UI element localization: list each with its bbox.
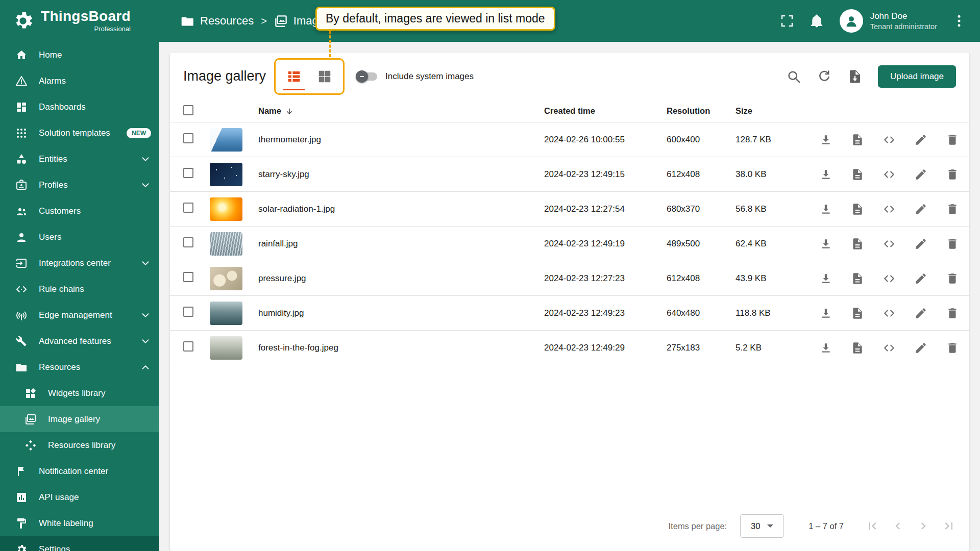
- export-button[interactable]: [851, 272, 864, 285]
- sort-by-name[interactable]: Name: [258, 106, 544, 116]
- row-checkbox[interactable]: [183, 341, 193, 352]
- sidebar-item-widgets-library[interactable]: Widgets library: [0, 380, 159, 406]
- sidebar-item-resources-library[interactable]: Resources library: [0, 432, 159, 458]
- created-time: 2024-02-26 10:00:55: [544, 135, 667, 145]
- row-checkbox[interactable]: [183, 168, 193, 178]
- sidebar-item-dashboards[interactable]: Dashboards: [0, 94, 159, 120]
- avatar[interactable]: [840, 9, 863, 33]
- grid-view-button[interactable]: [309, 62, 340, 91]
- export-button[interactable]: [851, 203, 864, 216]
- edit-button[interactable]: [914, 168, 927, 181]
- download-button[interactable]: [819, 272, 832, 285]
- fullscreen-button[interactable]: [779, 13, 795, 29]
- sidebar-item-rule-chains[interactable]: Rule chains: [0, 276, 159, 302]
- list-view-button[interactable]: [279, 62, 309, 91]
- image-name[interactable]: solar-radiation-1.jpg: [258, 204, 544, 214]
- edit-button[interactable]: [914, 307, 927, 320]
- sidebar-item-advanced-features[interactable]: Advanced features: [0, 328, 159, 354]
- items-per-page-select[interactable]: 30: [740, 514, 784, 538]
- notifications-button[interactable]: [809, 13, 824, 29]
- edit-button[interactable]: [914, 341, 927, 355]
- row-checkbox[interactable]: [183, 237, 193, 247]
- more-menu-button[interactable]: [951, 13, 967, 29]
- embed-code-button[interactable]: [883, 272, 896, 285]
- delete-button[interactable]: [946, 307, 959, 320]
- edit-button[interactable]: [914, 237, 927, 251]
- first-page-button[interactable]: [865, 519, 879, 533]
- sidebar-item-alarms[interactable]: Alarms: [0, 68, 159, 94]
- sidebar-item-notification-center[interactable]: Notification center: [0, 458, 159, 484]
- breadcrumb-resources[interactable]: Resources: [181, 14, 254, 28]
- delete-button[interactable]: [946, 168, 959, 181]
- delete-button[interactable]: [946, 272, 959, 285]
- download-button[interactable]: [819, 203, 832, 216]
- edit-button[interactable]: [914, 272, 927, 285]
- sidebar-item-white-labeling[interactable]: White labeling: [0, 510, 159, 536]
- delete-button[interactable]: [946, 133, 959, 146]
- export-button[interactable]: [851, 307, 864, 320]
- export-button[interactable]: [851, 133, 864, 146]
- image-thumbnail[interactable]: [210, 128, 242, 152]
- download-button[interactable]: [819, 341, 832, 355]
- image-thumbnail[interactable]: [210, 336, 242, 360]
- image-name[interactable]: starry-sky.jpg: [258, 169, 544, 180]
- next-page-button[interactable]: [916, 519, 930, 533]
- previous-page-button[interactable]: [891, 519, 905, 533]
- sidebar-item-profiles[interactable]: Profiles: [0, 172, 159, 198]
- last-page-button[interactable]: [942, 519, 956, 533]
- embed-code-button[interactable]: [883, 168, 896, 181]
- row-checkbox[interactable]: [183, 272, 193, 282]
- download-button[interactable]: [819, 133, 832, 146]
- export-button[interactable]: [851, 341, 864, 355]
- edit-button[interactable]: [914, 203, 927, 216]
- sidebar-item-customers[interactable]: Customers: [0, 198, 159, 224]
- image-name[interactable]: pressure.jpg: [258, 273, 544, 284]
- upload-image-button[interactable]: Upload image: [878, 65, 956, 88]
- refresh-button[interactable]: [817, 69, 832, 84]
- sidebar-item-image-gallery[interactable]: Image gallery: [0, 406, 159, 432]
- delete-button[interactable]: [946, 341, 959, 355]
- embed-code-button[interactable]: [883, 341, 896, 355]
- include-system-images-toggle[interactable]: Include system images: [357, 71, 474, 82]
- download-button[interactable]: [819, 307, 832, 320]
- delete-button[interactable]: [946, 203, 959, 216]
- sidebar-item-integrations-center[interactable]: Integrations center: [0, 250, 159, 276]
- thingsboard-app: ThingsBoard Professional Home Alarms Das…: [0, 0, 980, 551]
- sidebar-item-home[interactable]: Home: [0, 42, 159, 68]
- import-image-button[interactable]: [847, 69, 863, 84]
- toggle-switch[interactable]: [357, 72, 377, 81]
- row-checkbox[interactable]: [183, 307, 193, 317]
- row-checkbox[interactable]: [183, 133, 193, 143]
- edit-pencil-icon: [914, 168, 927, 181]
- download-button[interactable]: [819, 168, 832, 181]
- embed-code-button[interactable]: [883, 133, 896, 146]
- image-thumbnail[interactable]: [210, 232, 242, 256]
- row-checkbox[interactable]: [183, 203, 193, 213]
- edit-button[interactable]: [914, 133, 927, 146]
- embed-code-button[interactable]: [883, 307, 896, 320]
- sidebar-item-edge-management[interactable]: Edge management: [0, 302, 159, 328]
- download-button[interactable]: [819, 237, 832, 251]
- image-name[interactable]: thermometer.jpg: [258, 135, 544, 145]
- image-thumbnail[interactable]: [210, 163, 242, 186]
- image-name[interactable]: rainfall.jpg: [258, 239, 544, 249]
- embed-code-button[interactable]: [883, 237, 896, 251]
- image-name[interactable]: forest-in-the-fog.jpeg: [258, 343, 544, 353]
- sidebar-item-api-usage[interactable]: API usage: [0, 484, 159, 510]
- image-name[interactable]: humidity.jpg: [258, 308, 544, 318]
- image-thumbnail[interactable]: [210, 302, 242, 325]
- sidebar-item-settings[interactable]: Settings: [0, 536, 159, 551]
- sidebar-item-solution-templates[interactable]: Solution templates NEW: [0, 120, 159, 146]
- delete-button[interactable]: [946, 237, 959, 251]
- export-button[interactable]: [851, 168, 864, 181]
- sidebar-item-users[interactable]: Users: [0, 224, 159, 250]
- brand-logo[interactable]: ThingsBoard Professional: [0, 0, 159, 42]
- export-button[interactable]: [851, 237, 864, 251]
- sidebar-item-entities[interactable]: Entities: [0, 146, 159, 172]
- sidebar-item-resources[interactable]: Resources: [0, 354, 159, 380]
- embed-code-button[interactable]: [883, 203, 896, 216]
- image-thumbnail[interactable]: [210, 267, 242, 290]
- search-button[interactable]: [786, 69, 801, 84]
- image-thumbnail[interactable]: [210, 197, 242, 221]
- select-all-checkbox[interactable]: [183, 105, 193, 115]
